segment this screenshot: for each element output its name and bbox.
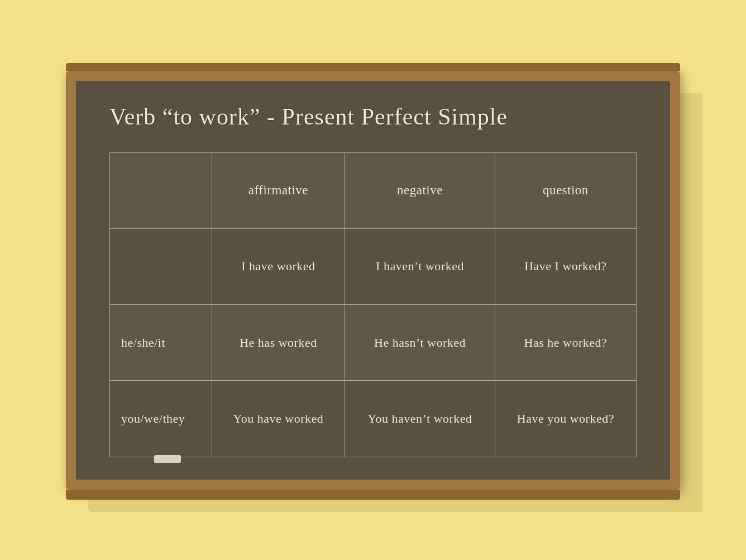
table-row: I have worked I haven’t worked Have I wo… [110,228,637,304]
affirmative-i: I have worked [212,228,345,304]
subject-you: you/we/they [110,381,212,457]
header-subject [110,152,212,228]
negative-i: I haven’t worked [345,228,495,304]
question-you: Have you worked? [495,381,636,457]
affirmative-he: He has worked [212,305,345,381]
scene: Verb “to work” - Present Perfect Simple … [66,71,680,490]
negative-you: You haven’t worked [345,381,495,457]
subject-he: he/she/it [110,305,212,381]
table-row: you/we/they You have worked You haven’t … [110,381,637,457]
negative-he: He hasn’t worked [345,305,495,381]
board-title: Verb “to work” - Present Perfect Simple [109,103,637,130]
header-question: question [495,152,636,228]
question-he: Has he worked? [495,305,636,381]
header-negative: negative [345,152,495,228]
table-header-row: affirmative negative question [110,152,637,228]
question-i: Have I worked? [495,228,636,304]
board-frame: Verb “to work” - Present Perfect Simple … [66,71,680,490]
grammar-table: affirmative negative question I have wor… [109,152,637,457]
affirmative-you: You have worked [212,381,345,457]
board-inner: Verb “to work” - Present Perfect Simple … [76,81,670,480]
subject-i [110,228,212,304]
header-affirmative: affirmative [212,152,345,228]
table-row: he/she/it He has worked He hasn’t worked… [110,305,637,381]
chalk-piece [154,455,181,463]
